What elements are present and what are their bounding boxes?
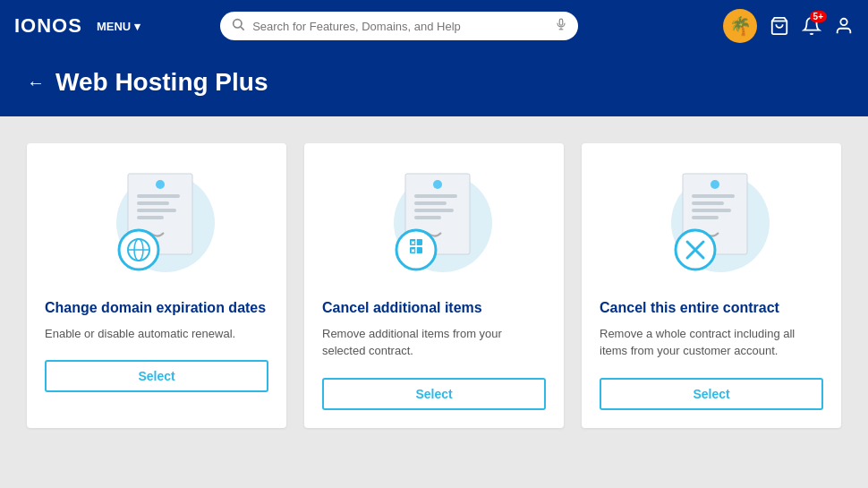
card-cancel-contract: Cancel this entire contract Remove a who… xyxy=(582,143,841,428)
profile-beach-icon: 🌴 xyxy=(723,9,757,43)
svg-rect-12 xyxy=(137,209,176,212)
svg-point-0 xyxy=(234,20,242,28)
beach-icon-button[interactable]: 🌴 xyxy=(723,9,757,43)
svg-rect-39 xyxy=(692,216,719,219)
card-cancel-additional: Cancel additional items Remove additiona… xyxy=(304,143,564,428)
notifications-button[interactable]: 5+ xyxy=(802,16,821,36)
cart-button[interactable] xyxy=(770,16,789,36)
select-button-3[interactable]: Select xyxy=(600,378,823,410)
navbar: IONOS MENU ▾ 🌴 xyxy=(0,0,868,52)
card-title-3: Cancel this entire contract xyxy=(600,299,779,318)
svg-rect-37 xyxy=(692,201,724,205)
card-illustration-1 xyxy=(45,165,268,281)
chevron-down-icon: ▾ xyxy=(134,20,140,33)
logo-area: IONOS xyxy=(14,14,82,38)
svg-rect-22 xyxy=(414,201,447,205)
svg-line-1 xyxy=(241,27,244,30)
card-illustration-2 xyxy=(322,165,546,281)
search-bar xyxy=(220,12,578,40)
card-desc-2: Remove additional items from your select… xyxy=(322,325,546,360)
logo-text: IONOS xyxy=(14,14,82,38)
card-title-2: Cancel additional items xyxy=(322,299,482,318)
nav-icons: 🌴 5+ xyxy=(723,9,854,43)
svg-point-9 xyxy=(156,180,165,189)
back-arrow-icon[interactable]: ← xyxy=(27,73,45,93)
svg-rect-21 xyxy=(414,194,457,198)
page-title: Web Hosting Plus xyxy=(55,68,268,97)
illustration-globe xyxy=(85,165,228,281)
page-header: ← Web Hosting Plus xyxy=(0,52,868,116)
card-change-domain: Change domain expiration dates Enable or… xyxy=(27,143,286,428)
svg-rect-23 xyxy=(414,209,454,212)
svg-rect-36 xyxy=(692,194,735,198)
card-illustration-3 xyxy=(600,165,823,281)
svg-rect-38 xyxy=(692,209,731,212)
search-input[interactable] xyxy=(252,20,548,33)
svg-rect-2 xyxy=(559,19,563,25)
illustration-cancel-items xyxy=(362,165,506,281)
notification-badge: 5+ xyxy=(810,11,827,22)
user-button[interactable] xyxy=(834,16,854,36)
select-button-2[interactable]: Select xyxy=(322,378,546,410)
svg-rect-13 xyxy=(137,216,164,219)
microphone-icon xyxy=(555,18,567,34)
svg-point-35 xyxy=(711,180,719,189)
card-title-1: Change domain expiration dates xyxy=(45,299,266,318)
svg-rect-11 xyxy=(137,201,169,205)
card-desc-3: Remove a whole contract including all it… xyxy=(600,325,823,360)
svg-rect-24 xyxy=(414,216,441,219)
search-icon xyxy=(231,17,245,35)
select-button-1[interactable]: Select xyxy=(45,360,268,392)
menu-label: MENU xyxy=(97,20,131,33)
svg-rect-10 xyxy=(137,194,180,198)
svg-point-20 xyxy=(433,180,442,189)
main-content: Change domain expiration dates Enable or… xyxy=(0,116,868,455)
illustration-x-circle xyxy=(640,165,783,281)
svg-point-6 xyxy=(840,19,847,25)
menu-button[interactable]: MENU ▾ xyxy=(97,20,140,33)
card-desc-1: Enable or disable automatic renewal. xyxy=(45,325,235,343)
